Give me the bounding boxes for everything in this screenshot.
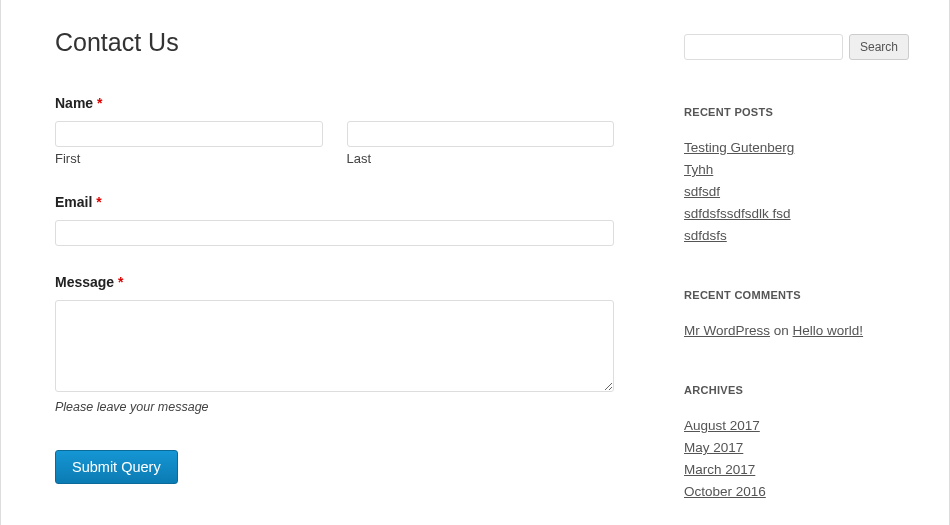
recent-comment-item: Mr WordPress on Hello world! [684,323,909,338]
list-item: sdfdsfs [684,228,909,243]
email-label: Email * [55,194,614,210]
archive-link[interactable]: August 2017 [684,418,760,433]
message-label: Message * [55,274,614,290]
name-label: Name * [55,95,614,111]
recent-comments-widget: RECENT COMMENTS Mr WordPress on Hello wo… [684,289,909,338]
list-item: Tyhh [684,162,909,177]
search-button[interactable]: Search [849,34,909,60]
name-label-text: Name [55,95,93,111]
required-mark: * [118,274,123,290]
recent-post-link[interactable]: sdfsdf [684,184,720,199]
archive-link[interactable]: March 2017 [684,462,755,477]
recent-post-link[interactable]: sdfdsfs [684,228,727,243]
recent-post-link[interactable]: Tyhh [684,162,713,177]
last-name-input[interactable] [347,121,615,147]
message-textarea[interactable] [55,300,614,392]
required-mark: * [97,95,102,111]
archive-link[interactable]: May 2017 [684,440,743,455]
first-name-sublabel: First [55,151,323,166]
email-input[interactable] [55,220,614,246]
list-item: sdfdsfssdfsdlk fsd [684,206,909,221]
recent-post-link[interactable]: Testing Gutenberg [684,140,794,155]
list-item: Testing Gutenberg [684,140,909,155]
list-item: August 2017 [684,418,909,433]
required-mark: * [96,194,101,210]
list-item: sdfsdf [684,184,909,199]
search-widget: Search [684,34,909,60]
submit-button[interactable]: Submit Query [55,450,178,484]
message-hint: Please leave your message [55,400,614,414]
list-item: October 2016 [684,484,909,499]
page-title: Contact Us [55,28,614,57]
archives-title: ARCHIVES [684,384,909,396]
search-input[interactable] [684,34,843,60]
archive-link[interactable]: October 2016 [684,484,766,499]
archives-widget: ARCHIVES August 2017 May 2017 March 2017… [684,384,909,499]
message-label-text: Message [55,274,114,290]
email-label-text: Email [55,194,92,210]
comment-post-link[interactable]: Hello world! [793,323,864,338]
first-name-input[interactable] [55,121,323,147]
recent-post-link[interactable]: sdfdsfssdfsdlk fsd [684,206,791,221]
list-item: March 2017 [684,462,909,477]
email-field-group: Email * [55,194,614,246]
recent-posts-widget: RECENT POSTS Testing Gutenberg Tyhh sdfs… [684,106,909,243]
list-item: May 2017 [684,440,909,455]
last-name-sublabel: Last [347,151,615,166]
name-field-group: Name * First Last [55,95,614,166]
message-field-group: Message * Please leave your message [55,274,614,414]
recent-comments-title: RECENT COMMENTS [684,289,909,301]
comment-author-link[interactable]: Mr WordPress [684,323,770,338]
recent-posts-title: RECENT POSTS [684,106,909,118]
comment-joiner: on [770,323,793,338]
